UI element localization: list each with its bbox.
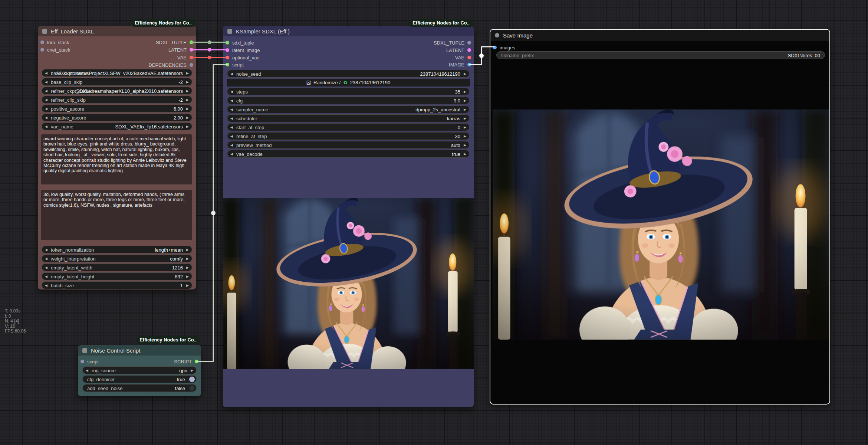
next-arrow-icon[interactable]: ▶ bbox=[186, 248, 189, 252]
output-script[interactable]: SCRIPT bbox=[174, 358, 198, 365]
next-arrow-icon[interactable]: ▶ bbox=[186, 71, 189, 75]
widget-base-ckpt-name[interactable]: ◀ base_ckpt_name SDXL\colossusProjectXLS… bbox=[42, 69, 192, 77]
prev-arrow-icon[interactable]: ◀ bbox=[230, 152, 233, 156]
collapse-icon[interactable] bbox=[495, 33, 499, 37]
prev-arrow-icon[interactable]: ◀ bbox=[230, 72, 233, 76]
output-port-icon[interactable] bbox=[190, 40, 193, 44]
widget-cfg[interactable]: ◀ cfg 9.0 ▶ bbox=[227, 96, 470, 104]
prev-arrow-icon[interactable]: ◀ bbox=[230, 90, 233, 94]
next-arrow-icon[interactable]: ▶ bbox=[186, 107, 189, 111]
widget-refine-at-step[interactable]: ◀ refine_at_step 30 ▶ bbox=[227, 132, 470, 140]
node-graph-canvas[interactable]: Efficiency Nodes for Co.. Efficiency Nod… bbox=[0, 0, 868, 445]
widget-preview-method[interactable]: ◀ preview_method auto ▶ bbox=[227, 141, 470, 149]
output-port-icon[interactable] bbox=[190, 63, 193, 67]
output-latent[interactable]: LATENT bbox=[168, 46, 193, 53]
node-titlebar[interactable]: Save Image bbox=[490, 30, 829, 41]
widget-noise-seed[interactable]: ◀ noise_seed 238710419612190 ▶ bbox=[227, 70, 470, 78]
randomize-seed-button[interactable]: ⚄ Randomize / ♻ 238710419612190 bbox=[227, 79, 470, 86]
prev-arrow-icon[interactable]: ◀ bbox=[45, 248, 47, 252]
prev-arrow-icon[interactable]: ◀ bbox=[45, 125, 47, 128]
widget-empty-latent-height[interactable]: ◀ empty_latent_height 832 ▶ bbox=[42, 272, 192, 280]
positive-prompt-textarea[interactable]: award winning character concept art of, … bbox=[41, 134, 192, 184]
widget-vae-decode[interactable]: ◀ vae_decode true ▶ bbox=[227, 150, 470, 158]
output-latent[interactable]: LATENT bbox=[446, 46, 471, 54]
input-optional-vae[interactable]: optional_vae bbox=[226, 54, 260, 61]
input-script[interactable]: script bbox=[80, 358, 99, 365]
widget-rng-source[interactable]: ◀ rng_source gpu ▶ bbox=[82, 366, 197, 374]
widget-sampler-name[interactable]: ◀ sampler_name dpmpp_2s_ancestral ▶ bbox=[227, 105, 470, 113]
next-arrow-icon[interactable]: ▶ bbox=[464, 152, 466, 156]
output-sdxl-tuple[interactable]: SDXL_TUPLE bbox=[156, 39, 193, 46]
prev-arrow-icon[interactable]: ◀ bbox=[230, 143, 233, 147]
output-port-icon[interactable] bbox=[190, 56, 193, 59]
next-arrow-icon[interactable]: ▶ bbox=[464, 134, 466, 138]
widget-refiner-clip-skip[interactable]: ◀ refiner_clip_skip -2 ▶ bbox=[42, 96, 192, 104]
next-arrow-icon[interactable]: ▶ bbox=[186, 80, 189, 84]
widget-refiner-ckpt-name[interactable]: ◀ refiner_ckpt_name SDXL\dreamshaperXL10… bbox=[42, 87, 192, 95]
input-lora-stack[interactable]: lora_stack bbox=[40, 39, 69, 46]
next-arrow-icon[interactable]: ▶ bbox=[464, 108, 466, 111]
widget-base-clip-skip[interactable]: ◀ base_clip_skip -2 ▶ bbox=[42, 78, 192, 86]
next-arrow-icon[interactable]: ▶ bbox=[186, 284, 189, 287]
prev-arrow-icon[interactable]: ◀ bbox=[45, 284, 47, 287]
next-arrow-icon[interactable]: ▶ bbox=[186, 266, 189, 269]
output-port-icon[interactable] bbox=[467, 48, 471, 52]
output-dependencies[interactable]: DEPENDENCIES bbox=[148, 61, 193, 69]
prev-arrow-icon[interactable]: ◀ bbox=[230, 99, 233, 102]
widget-token-normalization[interactable]: ◀ token_normalization length+mean ▶ bbox=[42, 246, 192, 253]
next-arrow-icon[interactable]: ▶ bbox=[191, 369, 193, 372]
output-port-icon[interactable] bbox=[467, 63, 471, 66]
prev-arrow-icon[interactable]: ◀ bbox=[86, 369, 88, 372]
output-vae[interactable]: VAE bbox=[177, 54, 193, 61]
input-port-icon[interactable] bbox=[226, 41, 229, 45]
collapse-icon[interactable] bbox=[227, 29, 232, 34]
output-sdxl-tuple[interactable]: SDXL_TUPLE bbox=[434, 39, 471, 46]
node-ksampler-sdxl[interactable]: KSampler SDXL (Eff.) sdxl_tuple latent_i… bbox=[223, 26, 474, 407]
next-arrow-icon[interactable]: ▶ bbox=[464, 117, 466, 120]
output-vae[interactable]: VAE bbox=[455, 54, 471, 61]
widget-start-at-step[interactable]: ◀ start_at_step 0 ▶ bbox=[227, 123, 470, 131]
input-port-icon[interactable] bbox=[226, 56, 229, 59]
node-save-image[interactable]: Save Image images filename_prefix SDXL\h… bbox=[490, 29, 830, 405]
prev-arrow-icon[interactable]: ◀ bbox=[45, 71, 47, 75]
output-port-icon[interactable] bbox=[467, 56, 471, 59]
input-port-icon[interactable] bbox=[40, 48, 44, 52]
widget-positive-ascore[interactable]: ◀ positive_ascore 6.00 ▶ bbox=[42, 105, 192, 112]
input-port-icon[interactable] bbox=[493, 46, 497, 49]
toggle-on-icon[interactable] bbox=[189, 376, 195, 382]
widget-batch-size[interactable]: ◀ batch_size 1 ▶ bbox=[42, 281, 192, 289]
output-image[interactable]: IMAGE bbox=[449, 61, 471, 68]
input-port-icon[interactable] bbox=[40, 40, 44, 44]
input-port-icon[interactable] bbox=[226, 48, 229, 52]
widget-scheduler[interactable]: ◀ scheduler karras ▶ bbox=[227, 114, 470, 122]
next-arrow-icon[interactable]: ▶ bbox=[186, 275, 189, 278]
toggle-off-icon[interactable] bbox=[189, 385, 195, 391]
node-noise-control-script[interactable]: Noise Control Script script SCRIPT ◀ rng… bbox=[78, 345, 201, 396]
widget-vae-name[interactable]: ◀ vae_name SDXL_VAEfix_fp16.safetensors … bbox=[42, 122, 192, 130]
widget-filename-prefix[interactable]: filename_prefix SDXL\hires_00 bbox=[496, 51, 825, 59]
prev-arrow-icon[interactable]: ◀ bbox=[230, 125, 233, 129]
widget-weight-interpretation[interactable]: ◀ weight_interpretation comfy ▶ bbox=[42, 255, 192, 262]
input-sdxl-tuple[interactable]: sdxl_tuple bbox=[226, 39, 254, 46]
input-cnet-stack[interactable]: cnet_stack bbox=[40, 46, 70, 53]
prev-arrow-icon[interactable]: ◀ bbox=[45, 257, 47, 261]
next-arrow-icon[interactable]: ▶ bbox=[186, 89, 189, 93]
output-port-icon[interactable] bbox=[195, 360, 198, 363]
next-arrow-icon[interactable]: ▶ bbox=[464, 143, 466, 147]
input-latent-image[interactable]: latent_image bbox=[226, 46, 260, 54]
prev-arrow-icon[interactable]: ◀ bbox=[45, 80, 47, 84]
node-titlebar[interactable]: Noise Control Script bbox=[78, 345, 201, 356]
prev-arrow-icon[interactable]: ◀ bbox=[45, 275, 47, 278]
prev-arrow-icon[interactable]: ◀ bbox=[230, 117, 233, 120]
widget-empty-latent-width[interactable]: ◀ empty_latent_width 1216 ▶ bbox=[42, 264, 192, 271]
output-port-icon[interactable] bbox=[467, 41, 471, 45]
next-arrow-icon[interactable]: ▶ bbox=[186, 257, 189, 261]
widget-add-seed-noise[interactable]: add_seed_noise false bbox=[82, 384, 197, 392]
prev-arrow-icon[interactable]: ◀ bbox=[45, 98, 47, 102]
prev-arrow-icon[interactable]: ◀ bbox=[45, 116, 47, 120]
next-arrow-icon[interactable]: ▶ bbox=[186, 98, 189, 102]
output-port-icon[interactable] bbox=[190, 48, 193, 52]
node-eff-loader-sdxl[interactable]: Eff. Loader SDXL lora_stack cnet_stack S… bbox=[38, 26, 196, 289]
widget-negative-ascore[interactable]: ◀ negative_ascore 2.00 ▶ bbox=[42, 114, 192, 121]
collapse-icon[interactable] bbox=[82, 348, 87, 353]
